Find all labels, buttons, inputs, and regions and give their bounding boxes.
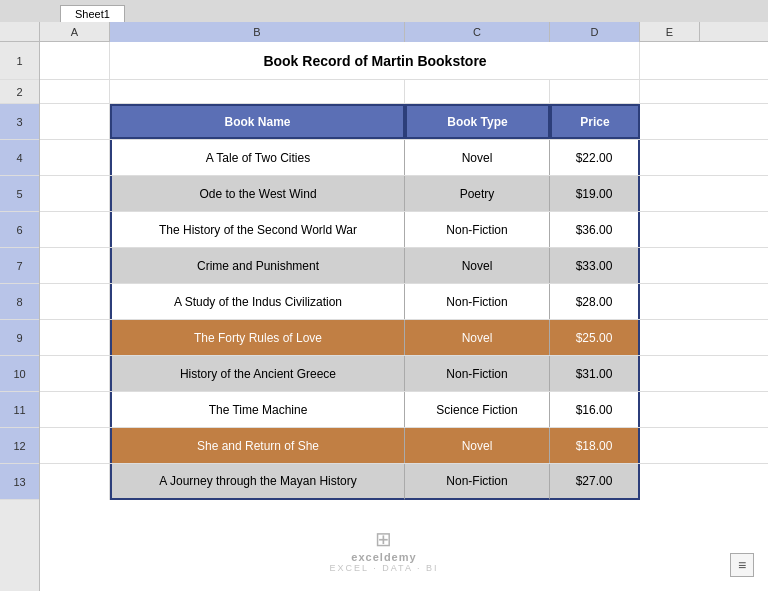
book-type-cell[interactable]: Science Fiction (405, 392, 550, 427)
row-num-7: 7 (0, 248, 39, 284)
book-type-cell[interactable]: Poetry (405, 176, 550, 211)
book-name-cell[interactable]: She and Return of She (110, 428, 405, 463)
col-header-row: A B C D E (0, 22, 768, 42)
title-cell-b (110, 42, 405, 79)
row-num-10: 10 (0, 356, 39, 392)
col-header-d[interactable]: D (550, 22, 640, 42)
header-price: Price (550, 104, 640, 139)
book-name-cell[interactable]: The History of the Second World War (110, 212, 405, 247)
book-type-cell[interactable]: Non-Fiction (405, 212, 550, 247)
col-header-e[interactable]: E (640, 22, 700, 42)
table-row: Ode to the West WindPoetry$19.00 (40, 176, 768, 212)
title-cell-e (640, 42, 700, 79)
tab-bar: Sheet1 (0, 0, 768, 22)
table-row: Crime and PunishmentNovel$33.00 (40, 248, 768, 284)
title-cell-c (405, 42, 550, 79)
row-num-9: 9 (0, 320, 39, 356)
book-name-cell[interactable]: A Tale of Two Cities (110, 140, 405, 175)
row-num-3: 3 (0, 104, 39, 140)
empty-row (40, 80, 768, 104)
col-header-b[interactable]: B (110, 22, 405, 42)
table-row: The Forty Rules of LoveNovel$25.00 (40, 320, 768, 356)
row-num-12: 12 (0, 428, 39, 464)
header-book-name: Book Name (110, 104, 405, 139)
row-num-8: 8 (0, 284, 39, 320)
price-cell[interactable]: $27.00 (550, 464, 640, 500)
price-cell[interactable]: $18.00 (550, 428, 640, 463)
book-type-cell[interactable]: Non-Fiction (405, 356, 550, 391)
price-cell[interactable]: $36.00 (550, 212, 640, 247)
book-name-cell[interactable]: Crime and Punishment (110, 248, 405, 283)
book-type-cell[interactable]: Non-Fiction (405, 284, 550, 319)
col-header-c[interactable]: C (405, 22, 550, 42)
book-name-cell[interactable]: A Journey through the Mayan History (110, 464, 405, 500)
book-name-cell[interactable]: Ode to the West Wind (110, 176, 405, 211)
title-row (40, 42, 768, 80)
title-cell-a (40, 42, 110, 79)
price-cell[interactable]: $28.00 (550, 284, 640, 319)
table-header-row: Book Name Book Type Price (40, 104, 768, 140)
row-num-1: 1 (0, 42, 39, 80)
row-num-2: 2 (0, 80, 39, 104)
price-cell[interactable]: $33.00 (550, 248, 640, 283)
table-row: A Journey through the Mayan HistoryNon-F… (40, 464, 768, 500)
table-row: History of the Ancient GreeceNon-Fiction… (40, 356, 768, 392)
price-cell[interactable]: $31.00 (550, 356, 640, 391)
book-name-cell[interactable]: History of the Ancient Greece (110, 356, 405, 391)
title-cell-d (550, 42, 640, 79)
row-num-11: 11 (0, 392, 39, 428)
price-cell[interactable]: $22.00 (550, 140, 640, 175)
grid-area: 12345678910111213 Book (0, 42, 768, 591)
watermark: ⊞ exceldemy EXCEL · DATA · BI (330, 527, 439, 573)
book-type-cell[interactable]: Non-Fiction (405, 464, 550, 500)
sheet-tab[interactable]: Sheet1 (60, 5, 125, 22)
row-num-header (0, 22, 40, 41)
spreadsheet: Sheet1 A B C D E 12345678910111213 (0, 0, 768, 591)
table-row: The Time MachineScience Fiction$16.00 (40, 392, 768, 428)
watermark-icon: ⊞ (375, 527, 392, 551)
price-cell[interactable]: $25.00 (550, 320, 640, 355)
table-row: She and Return of SheNovel$18.00 (40, 428, 768, 464)
book-name-cell[interactable]: A Study of the Indus Civilization (110, 284, 405, 319)
book-type-cell[interactable]: Novel (405, 140, 550, 175)
table-row: A Study of the Indus CivilizationNon-Fic… (40, 284, 768, 320)
table-row: A Tale of Two CitiesNovel$22.00 (40, 140, 768, 176)
book-name-cell[interactable]: The Forty Rules of Love (110, 320, 405, 355)
watermark-name: exceldemy (351, 551, 416, 563)
watermark-sub: EXCEL · DATA · BI (330, 563, 439, 573)
row-num-6: 6 (0, 212, 39, 248)
header-book-type: Book Type (405, 104, 550, 139)
book-type-cell[interactable]: Novel (405, 248, 550, 283)
col-header-a[interactable]: A (40, 22, 110, 42)
table-row: The History of the Second World WarNon-F… (40, 212, 768, 248)
row-num-5: 5 (0, 176, 39, 212)
main-grid: Book Name Book Type Price A Tale of Two … (40, 42, 768, 591)
row-num-4: 4 (0, 140, 39, 176)
book-name-cell[interactable]: The Time Machine (110, 392, 405, 427)
book-type-cell[interactable]: Novel (405, 320, 550, 355)
row-num-13: 13 (0, 464, 39, 500)
row-numbers: 12345678910111213 (0, 42, 40, 591)
scroll-icon[interactable]: ≡ (730, 553, 754, 577)
data-rows: A Tale of Two CitiesNovel$22.00Ode to th… (40, 140, 768, 500)
price-cell[interactable]: $16.00 (550, 392, 640, 427)
price-cell[interactable]: $19.00 (550, 176, 640, 211)
book-type-cell[interactable]: Novel (405, 428, 550, 463)
